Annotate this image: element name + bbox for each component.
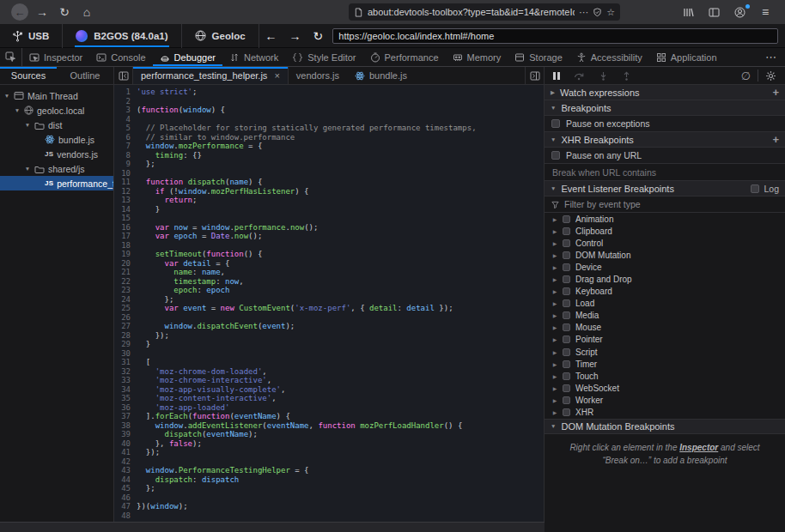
code-line[interactable]: } — [137, 205, 544, 215]
code-line[interactable]: if (!window.mozPerfHasListener) { — [137, 187, 544, 196]
code-line[interactable]: name: name, — [137, 268, 544, 277]
code-line[interactable]: }; — [137, 160, 544, 169]
code-line[interactable]: function dispatch(name) { — [137, 178, 544, 187]
code-line[interactable]: [ — [137, 358, 544, 367]
caret-right-icon[interactable]: ▶ — [552, 276, 557, 282]
event-category-row[interactable]: ▶Media — [545, 310, 785, 322]
code-line[interactable]: 'moz-chrome-dom-loaded', — [137, 367, 544, 377]
tab-outline[interactable]: Outline — [57, 67, 113, 84]
log-checkbox[interactable] — [751, 184, 759, 193]
bookmark-star-icon[interactable]: ☆ — [606, 7, 615, 18]
log-option[interactable]: Log — [751, 184, 779, 194]
event-category-row[interactable]: ▶XHR — [545, 407, 785, 419]
caret-right-icon[interactable]: ▶ — [552, 361, 557, 367]
line-number[interactable]: 41 — [114, 448, 131, 457]
page-actions-icon[interactable]: ⋯ — [579, 7, 588, 18]
code-line[interactable]: }); — [137, 448, 544, 457]
code-line[interactable]: } — [137, 340, 544, 349]
devtools-tab-styleeditor[interactable]: Style Editor — [285, 48, 362, 66]
caret-right-icon[interactable]: ▶ — [552, 216, 557, 222]
line-number[interactable]: 20 — [114, 259, 131, 269]
home-button[interactable]: ⌂ — [76, 3, 98, 21]
event-category-row[interactable]: ▶Clipboard — [545, 225, 785, 237]
devtools-tab-debugger[interactable]: Debugger — [153, 48, 222, 66]
code-line[interactable]: // Placeholder for storing statically ge… — [137, 124, 544, 133]
line-number[interactable]: 9 — [114, 160, 131, 169]
tab-sources[interactable]: Sources — [0, 67, 57, 84]
event-category-checkbox[interactable] — [563, 348, 570, 356]
line-number[interactable]: 23 — [114, 286, 131, 295]
line-number[interactable]: 46 — [114, 493, 131, 503]
code-line[interactable]: // similar to window.performance — [137, 133, 544, 142]
code-line[interactable]: 'moz-app-visually-complete', — [137, 385, 544, 395]
line-number[interactable]: 24 — [114, 295, 131, 305]
source-tree-item[interactable]: JSvendors.js — [0, 147, 113, 161]
code-line[interactable]: 'use strict'; — [137, 88, 544, 97]
line-number[interactable]: 27 — [114, 322, 131, 331]
line-number[interactable]: 5 — [114, 124, 131, 133]
event-category-checkbox[interactable] — [563, 287, 570, 295]
line-number[interactable]: 25 — [114, 304, 131, 313]
event-category-row[interactable]: ▶Load — [545, 298, 785, 310]
sidebars-button[interactable] — [703, 3, 725, 21]
address-bar[interactable]: about:devtools-toolbox?type=tab&id=14&re… — [349, 3, 620, 21]
line-number[interactable]: 10 — [114, 169, 131, 178]
step-out-button[interactable] — [622, 71, 631, 81]
caret-right-icon[interactable]: ▶ — [552, 336, 557, 342]
caret-right-icon[interactable]: ▶ — [552, 373, 557, 379]
target-url-input[interactable]: https://geoloc.local/index.html#/home — [332, 28, 778, 44]
source-tree-item[interactable]: ▼shared/js — [0, 161, 113, 176]
account-button[interactable] — [728, 3, 751, 21]
caret-right-icon[interactable]: ▶ — [552, 288, 557, 294]
event-category-checkbox[interactable] — [563, 372, 570, 380]
event-category-row[interactable]: ▶Script — [545, 346, 785, 358]
caret-right-icon[interactable]: ▶ — [552, 240, 557, 246]
event-category-row[interactable]: ▶Drag and Drop — [545, 273, 785, 285]
event-category-checkbox[interactable] — [563, 227, 570, 235]
collapse-sources-button[interactable] — [114, 67, 133, 84]
code-line[interactable] — [137, 511, 544, 521]
node-picker-button[interactable] — [0, 48, 22, 66]
source-tree-item[interactable]: ▼Main Thread — [0, 88, 113, 103]
code-line[interactable]: timing: {} — [137, 151, 544, 160]
devtools-tab-console[interactable]: Console — [89, 48, 152, 66]
code-line[interactable] — [137, 97, 544, 106]
caret-right-icon[interactable]: ▶ — [552, 252, 557, 258]
ignore-sources-button[interactable]: ∅ — [741, 70, 751, 82]
caret-right-icon[interactable]: ▶ — [552, 264, 557, 270]
code-line[interactable]: setTimeout(function() { — [137, 250, 544, 259]
event-category-checkbox[interactable] — [563, 251, 570, 259]
code-line[interactable] — [137, 169, 544, 178]
devtools-tab-performance[interactable]: Performance — [363, 48, 446, 66]
watch-expressions-header[interactable]: ▶ Watch expressions + — [545, 85, 785, 100]
line-number[interactable]: 19 — [114, 250, 131, 259]
line-number[interactable]: 11 — [114, 178, 131, 187]
step-in-button[interactable] — [599, 71, 608, 81]
step-over-button[interactable] — [574, 71, 585, 81]
code-line[interactable] — [137, 241, 544, 251]
event-category-row[interactable]: ▶Control — [545, 237, 785, 249]
event-category-checkbox[interactable] — [563, 336, 570, 343]
caret-right-icon[interactable]: ▶ — [552, 312, 557, 318]
line-number[interactable]: 7 — [114, 142, 131, 151]
line-number[interactable]: 17 — [114, 232, 131, 241]
code-line[interactable]: timestamp: now, — [137, 277, 544, 287]
line-number[interactable]: 13 — [114, 196, 131, 205]
event-category-checkbox[interactable] — [563, 360, 570, 368]
caret-right-icon[interactable]: ▶ — [552, 409, 557, 415]
line-number[interactable]: 28 — [114, 331, 131, 341]
runtime-tab-b2gos[interactable]: B2GOS (84.0a1) — [63, 24, 180, 47]
pause-on-any-url-checkbox[interactable] — [551, 151, 560, 160]
code-line[interactable]: }); — [137, 331, 544, 341]
code-line[interactable]: ].forEach(function(eventName) { — [137, 412, 544, 421]
code-line[interactable]: var epoch = Date.now(); — [137, 232, 544, 241]
devtools-tab-inspector[interactable]: Inspector — [22, 48, 89, 66]
event-category-checkbox[interactable] — [563, 215, 570, 223]
caret-down-icon[interactable]: ▼ — [14, 107, 21, 113]
code-line[interactable]: }, false); — [137, 439, 544, 449]
line-number[interactable]: 1 — [114, 88, 131, 97]
devtools-tab-accessibility[interactable]: Accessibility — [569, 48, 649, 66]
event-category-row[interactable]: ▶Worker — [545, 394, 785, 406]
source-tree-item[interactable]: ▼geoloc.local — [0, 103, 113, 118]
line-number[interactable]: 45 — [114, 484, 131, 493]
